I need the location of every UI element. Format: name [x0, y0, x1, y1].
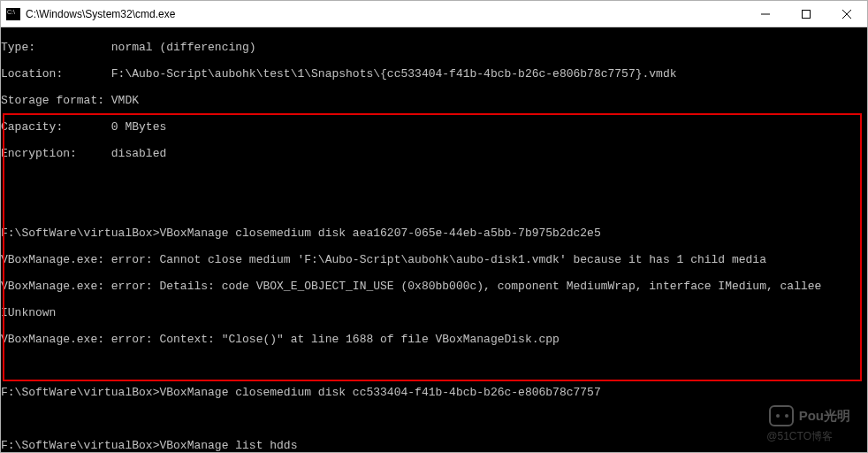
term-line: Encryption: disabled [1, 147, 867, 160]
chat-icon [769, 405, 794, 426]
term-line: F:\SoftWare\virtualBox>VBoxManage list h… [1, 439, 867, 452]
close-button[interactable] [826, 1, 867, 27]
term-blank [1, 359, 867, 372]
terminal-output[interactable]: Type: normal (differencing) Location: F:… [1, 27, 867, 452]
term-line: F:\SoftWare\virtualBox>VBoxManage closem… [1, 226, 867, 240]
term-line: VBoxManage.exe: error: Details: code VBO… [1, 280, 867, 293]
watermark-chat-text: Pou光明 [799, 408, 850, 425]
term-line: VBoxManage.exe: error: Context: "Close()… [1, 333, 867, 346]
term-line: VBoxManage.exe: error: Cannot close medi… [1, 253, 867, 266]
term-blank [1, 412, 867, 426]
maximize-button[interactable] [786, 1, 826, 27]
minimize-button[interactable] [745, 1, 786, 27]
term-line: Capacity: 0 MBytes [1, 120, 867, 134]
svg-rect-1 [803, 10, 811, 18]
window-buttons [745, 1, 867, 27]
titlebar[interactable]: C:\Windows\System32\cmd.exe [1, 1, 867, 27]
cmd-window: C:\Windows\System32\cmd.exe Type: normal… [0, 0, 868, 453]
window-title: C:\Windows\System32\cmd.exe [26, 8, 745, 20]
term-line: IUnknown [1, 306, 867, 319]
term-line: F:\SoftWare\virtualBox>VBoxManage closem… [1, 386, 867, 399]
watermark-wechat: Pou光明 [769, 405, 850, 426]
term-line: Type: normal (differencing) [1, 41, 867, 54]
term-line: Storage format: VMDK [1, 94, 867, 107]
term-blank [1, 200, 867, 213]
cmd-icon [6, 8, 20, 20]
term-line: Location: F:\Aubo-Script\aubohk\test\1\S… [1, 67, 867, 81]
watermark-site: @51CTO博客 [766, 429, 833, 444]
term-blank [1, 173, 867, 187]
